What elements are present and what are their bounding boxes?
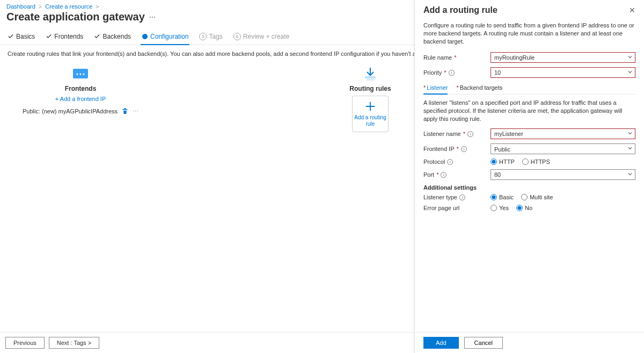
tab-backends-label: Backends xyxy=(103,33,131,40)
svg-rect-5 xyxy=(365,76,376,78)
listener-type-radio-group: Basic Multi site xyxy=(491,194,635,200)
svg-point-2 xyxy=(77,74,78,75)
listener-hint: A listener "listens" on a specified port… xyxy=(423,99,635,123)
crumb-sep: > xyxy=(96,3,99,10)
protocol-label: Protocol i xyxy=(423,159,491,165)
info-icon[interactable]: i xyxy=(467,131,473,137)
routing-arrow-icon xyxy=(361,67,380,82)
listener-type-label: Listener type i xyxy=(423,194,491,200)
next-button[interactable]: Next : Tags > xyxy=(49,337,99,349)
add-routing-rule-label: Add a routing rule xyxy=(353,114,388,127)
active-dot-icon xyxy=(142,33,148,40)
tab-review[interactable]: 6 Review + create xyxy=(232,28,290,45)
svg-point-3 xyxy=(80,74,82,75)
add-routing-rule-panel: Add a routing rule ✕ Configure a routing… xyxy=(414,0,644,353)
port-input[interactable] xyxy=(491,169,635,180)
priority-input[interactable] xyxy=(491,67,635,78)
listener-type-multi-radio[interactable]: Multi site xyxy=(521,194,553,200)
crumb-dashboard[interactable]: Dashboard xyxy=(6,3,35,10)
port-label: Port * i xyxy=(423,171,491,178)
tab-frontends-label: Frontends xyxy=(54,33,83,40)
svg-rect-6 xyxy=(366,79,375,81)
protocol-https-radio[interactable]: HTTPS xyxy=(522,159,550,165)
tab-backends[interactable]: Backends xyxy=(93,28,132,45)
priority-label: Priority * i xyxy=(423,69,491,76)
frontends-title: Frontends xyxy=(65,85,97,92)
check-icon xyxy=(46,33,52,40)
protocol-radio-group: HTTP HTTPS xyxy=(491,159,635,165)
panel-description: Configure a routing rule to send traffic… xyxy=(423,21,635,46)
frontend-item: Public: (new) myAGPublicIPAddress ⋯ xyxy=(23,107,138,115)
error-page-yes-radio[interactable]: Yes xyxy=(491,205,509,211)
rule-name-input[interactable] xyxy=(491,52,635,63)
error-page-radio-group: Yes No xyxy=(491,205,635,211)
rule-name-label: Rule name * xyxy=(423,54,491,61)
frontends-column: Frontends + Add a frontend IP Public: (n… xyxy=(21,67,140,132)
frontend-ip-label: Frontend IP * i xyxy=(423,146,491,152)
crumb-create-resource[interactable]: Create a resource xyxy=(45,3,92,10)
tab-basics-label: Basics xyxy=(16,33,35,40)
listener-name-label: Listener name * i xyxy=(423,131,491,137)
close-icon[interactable]: ✕ xyxy=(629,6,635,15)
check-icon xyxy=(94,33,100,40)
routing-rules-title: Routing rules xyxy=(349,85,391,92)
frontend-item-label: Public: (new) myAGPublicIPAddress xyxy=(23,108,118,114)
frontend-ip-select[interactable]: Public xyxy=(491,143,635,154)
tab-tags-label: Tags xyxy=(209,33,222,40)
error-page-no-radio[interactable]: No xyxy=(516,205,532,211)
routing-rules-column: Routing rules Add a routing rule xyxy=(311,67,429,132)
info-icon[interactable]: i xyxy=(441,172,447,178)
add-frontend-ip-link[interactable]: + Add a frontend IP xyxy=(55,96,106,102)
svg-point-4 xyxy=(83,74,85,75)
more-actions-icon[interactable]: ⋯ xyxy=(149,13,156,21)
panel-title: Add a routing rule xyxy=(423,5,497,15)
tab-basics[interactable]: Basics xyxy=(6,28,36,45)
subtab-listener[interactable]: *Listener xyxy=(423,82,448,94)
tab-frontends[interactable]: Frontends xyxy=(45,28,84,45)
frontends-icon xyxy=(71,67,90,82)
add-routing-rule-tile[interactable]: Add a routing rule xyxy=(352,96,389,132)
info-icon[interactable]: i xyxy=(449,70,455,76)
svg-point-0 xyxy=(142,34,148,39)
step-number-icon: 5 xyxy=(199,33,207,40)
tab-configuration-label: Configuration xyxy=(150,33,188,40)
tab-configuration[interactable]: Configuration xyxy=(141,28,189,45)
listener-type-basic-radio[interactable]: Basic xyxy=(491,194,514,200)
wizard-footer: Previous Next : Tags > xyxy=(0,332,413,353)
cancel-button[interactable]: Cancel xyxy=(464,337,503,349)
protocol-http-radio[interactable]: HTTP xyxy=(491,159,515,165)
check-icon xyxy=(8,33,14,40)
info-icon[interactable]: i xyxy=(447,159,453,165)
more-icon[interactable]: ⋯ xyxy=(133,108,138,115)
listener-name-input[interactable] xyxy=(491,128,635,139)
panel-footer: Add Cancel xyxy=(415,332,644,353)
info-icon[interactable]: i xyxy=(461,146,467,152)
tab-review-label: Review + create xyxy=(243,33,289,40)
add-button[interactable]: Add xyxy=(423,337,459,349)
info-icon[interactable]: i xyxy=(459,194,465,200)
delete-icon[interactable] xyxy=(122,107,128,115)
plus-icon xyxy=(364,100,376,112)
previous-button[interactable]: Previous xyxy=(5,337,45,349)
additional-settings-title: Additional settings xyxy=(423,184,635,191)
subtab-backend-targets[interactable]: *Backend targets xyxy=(456,82,502,94)
panel-subtabs: *Listener *Backend targets xyxy=(423,82,635,95)
tab-tags[interactable]: 5 Tags xyxy=(198,28,223,45)
page-title: Create application gateway xyxy=(6,11,145,23)
error-page-label: Error page url xyxy=(423,205,491,211)
crumb-sep: > xyxy=(39,3,42,10)
step-number-icon: 6 xyxy=(233,33,241,40)
